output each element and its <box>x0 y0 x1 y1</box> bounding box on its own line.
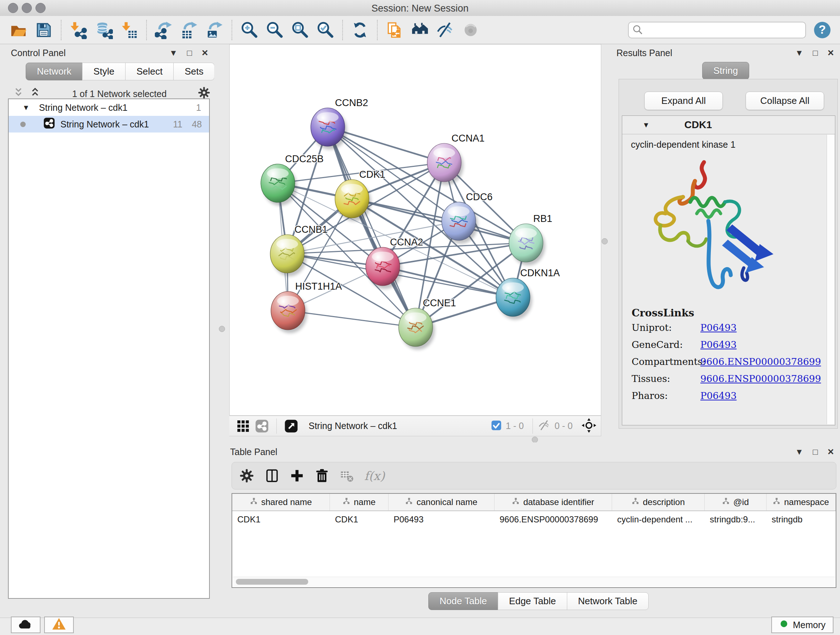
crosslink-row: Uniprot:P06493 <box>622 319 825 336</box>
birds-eye-view-icon[interactable] <box>581 418 597 434</box>
network-node-CDC6: CDC6 <box>442 192 493 244</box>
table-hscrollbar[interactable] <box>233 577 835 586</box>
column-header-id[interactable]: @id <box>705 494 767 510</box>
table-cell[interactable]: stringdb:9... <box>705 511 767 528</box>
column-header-name[interactable]: name <box>330 494 388 510</box>
crosslink-label: Pharos: <box>632 390 700 401</box>
tab-edge-table[interactable]: Edge Table <box>498 592 567 610</box>
toolbar-separator <box>377 20 378 40</box>
show-grid-icon[interactable] <box>236 419 250 433</box>
svg-text:CDC25B: CDC25B <box>285 154 324 165</box>
crosslink-link[interactable]: P06493 <box>700 339 737 350</box>
zoom-out-button[interactable] <box>264 19 286 41</box>
table-cell[interactable]: CDK1 <box>232 511 330 528</box>
open-file-button[interactable] <box>8 19 29 41</box>
tab-select[interactable]: Select <box>125 63 174 80</box>
left-splitter-handle[interactable] <box>219 326 225 332</box>
selected-items-checkbox-icon[interactable] <box>491 420 502 432</box>
export-table-button[interactable] <box>178 19 200 41</box>
memory-button[interactable]: Memory <box>771 616 834 633</box>
expand-all-button[interactable]: Expand All <box>644 92 723 110</box>
table-panel-collapse-icon[interactable]: ▼ <box>795 448 804 456</box>
results-panel-float-icon[interactable]: □ <box>813 49 818 57</box>
table-cell[interactable]: stringdb <box>767 511 836 528</box>
results-panel-close-icon[interactable]: ✕ <box>827 49 834 57</box>
network-collection-row[interactable]: ▼ String Network – cdk1 1 <box>9 99 209 116</box>
new-network-from-selection-button[interactable] <box>384 19 406 41</box>
import-table-from-file-button[interactable] <box>118 19 140 41</box>
network-canvas[interactable]: CCNB2CCNA1CDC25BCDK1CDC6RB1CCNB1CCNA2CDK… <box>229 44 601 416</box>
function-builder-icon: f(x) <box>364 469 385 483</box>
results-scrollbar[interactable] <box>827 135 834 424</box>
results-panel-collapse-icon[interactable]: ▼ <box>795 49 804 57</box>
crosslink-label: GeneCard: <box>632 339 700 350</box>
warnings-button[interactable] <box>44 616 74 633</box>
import-network-from-file-button[interactable] <box>68 19 89 41</box>
svg-text:CCNA2: CCNA2 <box>390 237 423 248</box>
column-header-databaseidentifier[interactable]: database identifier <box>494 494 612 510</box>
save-session-button[interactable] <box>33 19 55 41</box>
show-columns-icon[interactable] <box>264 468 279 483</box>
selected-items-count: 1 - 0 <box>506 421 524 431</box>
hide-graphics-details-button[interactable] <box>434 19 456 41</box>
node-table: shared namenamecanonical namedatabase id… <box>232 493 836 588</box>
table-panel-float-icon[interactable]: □ <box>813 448 818 456</box>
zoom-fit-button[interactable] <box>289 19 311 41</box>
table-options-gear-icon[interactable] <box>239 468 254 483</box>
tab-network-table[interactable]: Network Table <box>567 592 649 610</box>
bottom-splitter[interactable] <box>214 436 840 442</box>
tab-style[interactable]: Style <box>82 63 126 80</box>
column-header-description[interactable]: description <box>612 494 705 510</box>
table-hscrollbar-thumb[interactable] <box>236 579 308 585</box>
table-panel-close-icon[interactable]: ✕ <box>827 448 834 456</box>
table-cell[interactable]: 9606.ENSP00000378699 <box>494 511 612 528</box>
table-panel: Table Panel ▼ □ ✕ f(x) shared namenameca… <box>217 442 840 612</box>
column-header-sharedname[interactable]: shared name <box>232 494 330 510</box>
help-button[interactable]: ? <box>813 20 832 40</box>
table-cell[interactable]: P06493 <box>388 511 494 528</box>
bottom-splitter-handle[interactable] <box>532 437 538 443</box>
crosslink-link[interactable]: 9606.ENSP00000378699 <box>700 356 821 367</box>
column-header-label: database identifier <box>523 497 594 507</box>
column-header-namespace[interactable]: namespace <box>767 494 836 510</box>
table-panel-title: Table Panel <box>230 447 278 457</box>
import-network-from-database-button[interactable] <box>93 19 115 41</box>
crosslink-row: GeneCard:P06493 <box>622 336 825 353</box>
control-panel-float-icon[interactable]: □ <box>187 49 192 57</box>
tab-network[interactable]: Network <box>26 63 82 80</box>
svg-text:CCNB2: CCNB2 <box>335 97 368 108</box>
control-panel-close-icon[interactable]: ✕ <box>202 49 208 57</box>
control-panel-collapse-icon[interactable]: ▼ <box>169 49 178 57</box>
table-row[interactable]: CDK1CDK1P064939606.ENSP00000378699cyclin… <box>232 511 836 528</box>
crosslinks-title: CrossLinks <box>632 307 825 319</box>
svg-text:CDC6: CDC6 <box>466 192 493 203</box>
tab-node-table[interactable]: Node Table <box>428 592 498 610</box>
delete-column-icon[interactable] <box>314 468 330 483</box>
create-column-icon[interactable] <box>290 469 304 483</box>
search-input[interactable] <box>628 22 806 38</box>
table-cell[interactable]: CDK1 <box>330 511 388 528</box>
network-view-icon[interactable] <box>255 419 269 433</box>
table-cell[interactable]: cyclin-dependent ... <box>612 511 705 528</box>
cloud-button[interactable] <box>11 616 41 633</box>
string-protein-query-button[interactable] <box>409 19 431 41</box>
crosslink-link[interactable]: P06493 <box>700 322 737 333</box>
cdk1-collapse-icon[interactable]: ▼ <box>643 121 650 129</box>
right-splitter-handle[interactable] <box>602 238 608 244</box>
tab-string[interactable]: String <box>702 62 749 80</box>
export-image-button[interactable] <box>204 19 225 41</box>
crosslink-link[interactable]: P06493 <box>700 390 737 401</box>
crosslink-link[interactable]: 9606.ENSP00000378699 <box>700 373 821 384</box>
tab-sets[interactable]: Sets <box>173 63 215 80</box>
collapse-all-button[interactable]: Collapse All <box>745 92 824 110</box>
export-network-button[interactable] <box>153 19 175 41</box>
zoom-in-button[interactable] <box>238 19 260 41</box>
column-header-label: name <box>354 497 376 507</box>
right-splitter[interactable] <box>601 44 608 436</box>
network-row[interactable]: String Network – cdk1 11 48 <box>9 116 209 133</box>
detach-view-icon[interactable] <box>284 419 298 433</box>
column-header-canonicalname[interactable]: canonical name <box>388 494 494 510</box>
zoom-selected-button[interactable] <box>314 19 336 41</box>
tree-expand-icon[interactable]: ▼ <box>22 103 30 112</box>
update-network-button[interactable] <box>349 19 371 41</box>
